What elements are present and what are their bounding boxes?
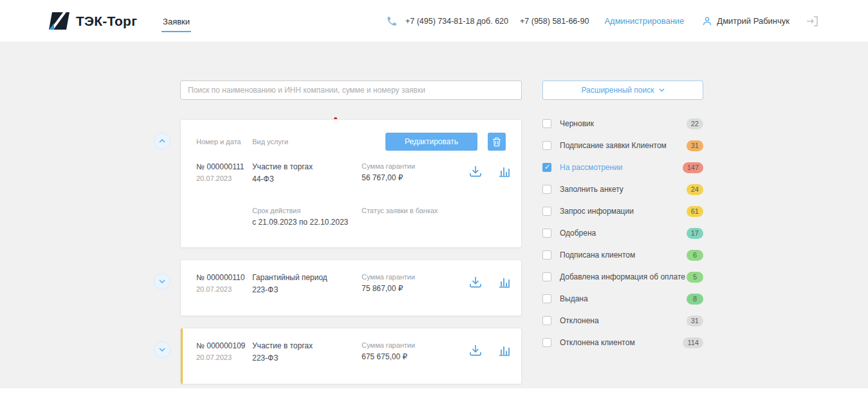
filter-issued[interactable]: Выдана 8 — [542, 288, 703, 310]
checkbox[interactable] — [542, 141, 551, 150]
user-name: Дмитрий Рабинчук — [717, 16, 790, 26]
checkbox[interactable] — [542, 272, 551, 281]
service-type: Участие в торгах — [252, 162, 362, 171]
request-date: 20.07.2023 — [196, 285, 252, 293]
checkbox[interactable] — [542, 163, 551, 172]
validity-period: с 21.09.2023 по 22.10.2023 — [252, 218, 362, 227]
filter-under-review[interactable]: На рассмотрении 147 — [542, 156, 703, 178]
card-accent-stripe — [181, 328, 183, 384]
request-row: № 000000110 20.07.2023 Гарантийный перио… — [153, 259, 522, 316]
checkbox[interactable] — [542, 207, 551, 216]
header: ТЭК-Торг Заявки +7 (495) 734-81-18 доб. … — [0, 0, 868, 42]
bank-statuses-button[interactable] — [498, 276, 511, 288]
request-number: № 000000111 — [196, 162, 252, 171]
guarantee-sum-label: Сумма гарантии — [362, 273, 468, 281]
filter-signed-by-client[interactable]: Подписана клиентом 6 — [542, 244, 703, 266]
filter-info-request[interactable]: Запрос информации 61 — [542, 200, 703, 222]
filter-rejected-by-client[interactable]: Отклонена клиентом 114 — [542, 332, 703, 354]
collapse-card-button[interactable] — [154, 133, 171, 149]
logout-icon[interactable] — [806, 16, 818, 26]
count-badge: 8 — [687, 294, 703, 305]
card-accent-stripe — [181, 260, 183, 316]
download-button[interactable] — [468, 344, 483, 357]
request-number: № 000000109 — [196, 341, 252, 350]
filter-label: Подписана клиентом — [560, 250, 635, 259]
guarantee-sum: 675 675,00 ₽ — [362, 352, 468, 361]
requests-column: Номер и дата Вид услуги Редактировать — [153, 80, 522, 396]
nav-requests-tab[interactable]: Заявки — [162, 13, 191, 32]
checkbox[interactable] — [542, 338, 551, 347]
validity-label: Срок действия — [252, 207, 362, 214]
header-right: +7 (495) 734-81-18 доб. 620 +7 (958) 581… — [386, 15, 818, 27]
filter-payment-info-added[interactable]: Добавлена информация об оплате 5 — [542, 266, 703, 288]
phone-number-primary: +7 (495) 734-81-18 доб. 620 — [405, 17, 508, 26]
request-date: 20.07.2023 — [196, 174, 252, 182]
administration-link[interactable]: Администрирование — [604, 16, 684, 26]
expand-card-button[interactable] — [154, 341, 171, 358]
filter-label: Одобрена — [560, 229, 596, 238]
chevron-down-icon — [659, 88, 665, 92]
phone-number-secondary: +7 (958) 581-66-90 — [520, 17, 589, 26]
logo[interactable]: ТЭК-Торг — [49, 12, 137, 30]
filter-fill-questionnaire[interactable]: Заполнить анкету 24 — [542, 178, 703, 200]
request-row: № 000000109 20.07.2023 Участие в торгах … — [153, 328, 522, 384]
checkbox[interactable] — [542, 316, 551, 325]
request-card: № 000000109 20.07.2023 Участие в торгах … — [180, 328, 522, 384]
delete-button[interactable] — [488, 133, 506, 151]
checkbox[interactable] — [542, 250, 551, 259]
bar-chart-icon — [498, 165, 511, 178]
filter-label: На рассмотрении — [560, 163, 623, 172]
card-gutter — [153, 328, 180, 384]
status-filter-list: Черновик 22 Подписание заявки Клиентом 3… — [542, 113, 703, 354]
main-area: Номер и дата Вид услуги Редактировать — [0, 42, 868, 388]
count-badge: 6 — [687, 250, 703, 261]
expand-card-button[interactable] — [154, 273, 171, 290]
edit-button[interactable]: Редактировать — [385, 133, 477, 151]
filter-label: Отклонена — [560, 316, 599, 325]
service-law: 223-ФЗ — [252, 354, 362, 363]
filters-column: Расширенный поиск Черновик 22 Подписание… — [542, 80, 703, 354]
count-badge: 147 — [683, 162, 703, 173]
count-badge: 31 — [687, 140, 703, 151]
filter-label: Черновик — [560, 119, 594, 128]
logo-icon — [49, 12, 69, 30]
request-number: № 000000110 — [196, 273, 252, 282]
download-button[interactable] — [468, 276, 483, 288]
search-row — [180, 80, 522, 100]
service-type: Участие в торгах — [252, 341, 362, 350]
download-button[interactable] — [468, 165, 483, 178]
search-input[interactable] — [180, 80, 522, 100]
chevron-down-icon — [159, 348, 165, 352]
checkbox[interactable] — [542, 119, 551, 128]
filter-client-signing[interactable]: Подписание заявки Клиентом 31 — [542, 135, 703, 156]
checkbox[interactable] — [542, 294, 551, 303]
card-accent-stripe — [181, 120, 183, 247]
advanced-search-label: Расширенный поиск — [582, 86, 654, 95]
service-type: Гарантийный период — [252, 273, 362, 282]
service-law: 44-ФЗ — [252, 174, 362, 184]
number-date-label: Номер и дата — [196, 138, 252, 146]
filter-label: Отклонена клиентом — [560, 338, 635, 347]
count-badge: 31 — [687, 316, 703, 326]
chevron-down-icon — [159, 279, 165, 283]
filter-label: Подписание заявки Клиентом — [560, 141, 667, 150]
download-icon — [468, 165, 483, 178]
checkbox[interactable] — [542, 185, 551, 194]
filter-draft[interactable]: Черновик 22 — [542, 113, 703, 135]
user-menu[interactable]: Дмитрий Рабинчук — [702, 16, 790, 26]
filter-label: Запрос информации — [560, 207, 634, 216]
service-type-label: Вид услуги — [252, 138, 362, 146]
count-badge: 17 — [687, 228, 703, 239]
main-nav: Заявки — [162, 15, 191, 27]
advanced-search-button[interactable]: Расширенный поиск — [542, 80, 703, 100]
guarantee-sum-label: Сумма гарантии — [362, 162, 468, 170]
filter-rejected[interactable]: Отклонена 31 — [542, 310, 703, 332]
bank-statuses-button[interactable] — [498, 165, 511, 178]
chevron-up-icon — [159, 139, 165, 143]
bank-statuses-button[interactable] — [498, 344, 511, 357]
checkbox[interactable] — [542, 229, 551, 238]
bar-chart-icon — [498, 276, 511, 288]
filter-approved[interactable]: Одобрена 17 — [542, 222, 703, 244]
filter-label: Заполнить анкету — [560, 185, 623, 194]
phone-icon — [386, 15, 398, 27]
